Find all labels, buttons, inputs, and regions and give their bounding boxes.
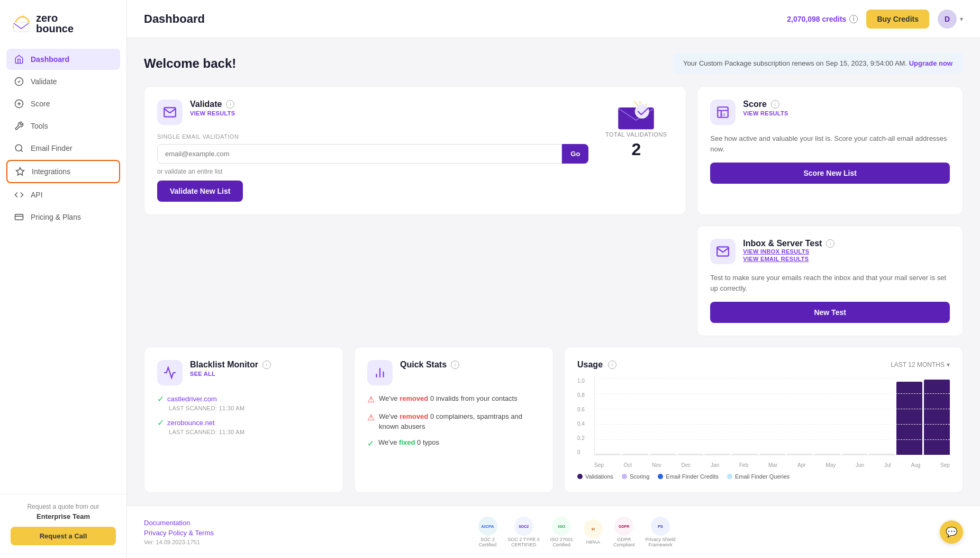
score-card-header: 10 Score i VIEW RESULTS <box>710 100 950 125</box>
sidebar-item-email-finder[interactable]: Email Finder <box>6 138 120 159</box>
inbox-view-links: VIEW INBOX RESULTS VIEW EMAIL RESULTS <box>743 248 950 262</box>
inbox-description: Test to make sure your emails reach the … <box>710 273 950 293</box>
envelope-illustration <box>615 100 657 131</box>
inbox-title-section: Inbox & Server Test i VIEW INBOX RESULTS… <box>743 239 950 262</box>
blacklist-card: Blacklist Monitor i SEE ALL ✓ castledriv… <box>144 347 343 493</box>
inbox-info-icon[interactable]: i <box>826 239 834 248</box>
sidebar-label-pricing: Pricing & Plans <box>31 213 81 221</box>
usage-info-icon[interactable]: i <box>608 361 616 369</box>
sidebar-item-integrations[interactable]: Integrations <box>6 160 120 183</box>
cert-soc2-text: SOC 2 TYPE IICERTIFIED <box>508 537 540 547</box>
bar-group-dec <box>677 378 703 455</box>
legend-dot-scoring <box>622 474 627 479</box>
credits-display: 2,070,098 credits i <box>787 15 858 23</box>
y-axis: 1.0 0.8 0.6 0.4 0.2 0 <box>577 378 592 455</box>
bar-group-sep-prev <box>595 378 621 455</box>
welcome-section: Welcome back! Your Custom Package subscr… <box>144 53 963 74</box>
cert-aicpa-text: SOC 2Certified <box>479 537 497 547</box>
email-input[interactable] <box>157 144 562 164</box>
svg-text:10: 10 <box>721 112 725 117</box>
blacklist-card-header: Blacklist Monitor i SEE ALL <box>157 360 330 385</box>
cert-soc2-icon: SOC2 <box>514 517 533 536</box>
sidebar-item-score[interactable]: Score <box>6 93 120 114</box>
documentation-link[interactable]: Documentation <box>144 519 214 527</box>
total-number: 2 <box>605 140 667 159</box>
cert-privacy-shield-icon: PS <box>651 517 670 536</box>
bar-group-mar <box>759 378 785 455</box>
support-bubble[interactable]: 💬 <box>940 520 963 544</box>
quick-stats-title-section: Quick Stats i <box>400 360 540 370</box>
score-new-list-button[interactable]: Score New List <box>710 163 950 184</box>
main-area: Dashboard 2,070,098 credits i Buy Credit… <box>127 0 980 558</box>
logo-bounce: bounce <box>36 23 74 34</box>
user-avatar: D <box>938 10 957 29</box>
sidebar-item-tools[interactable]: Tools <box>6 115 120 137</box>
validate-icon <box>14 76 24 87</box>
score-view-results[interactable]: VIEW RESULTS <box>743 110 950 116</box>
email-input-row: Go <box>157 144 588 164</box>
or-validate-text: or validate an entire list <box>157 168 588 175</box>
score-info-icon[interactable]: i <box>771 100 779 109</box>
bar-group-sep <box>924 378 950 455</box>
validate-card: Validate i VIEW RESULTS SINGLE EMAIL VAL… <box>144 86 686 215</box>
privacy-link[interactable]: Privacy Policy & Terms <box>144 529 214 537</box>
sidebar-label-dashboard: Dashboard <box>31 55 69 64</box>
sidebar-item-dashboard[interactable]: Dashboard <box>6 49 120 70</box>
cert-hipaa: H HIPAA <box>584 519 603 545</box>
stat-item-2: ⚠ We've removed 0 complainers, spamtraps… <box>367 412 540 431</box>
blacklist-icon-wrap <box>157 360 183 385</box>
sidebar-item-pricing[interactable]: Pricing & Plans <box>6 206 120 228</box>
credits-info-icon[interactable]: i <box>849 15 858 23</box>
stat-text-3: We've fixed 0 typos <box>378 438 439 447</box>
header: Dashboard 2,070,098 credits i Buy Credit… <box>127 0 980 38</box>
period-selector[interactable]: LAST 12 MONTHS ▾ <box>891 361 950 368</box>
legend-dot-validations <box>577 474 583 479</box>
legend-label-ef-queries: Email Finder Queries <box>735 473 790 480</box>
cert-iso-text: ISO 27001Certified <box>550 537 573 547</box>
footer-links: Documentation Privacy Policy & Terms Ver… <box>144 519 214 545</box>
bar-group-jul <box>869 378 895 455</box>
legend-ef-queries: Email Finder Queries <box>727 473 790 480</box>
quick-stats-title: Quick Stats <box>400 360 447 370</box>
subscription-notice: Your Custom Package subscription renews … <box>673 53 963 74</box>
quick-stats-card: Quick Stats i ⚠ We've removed 0 invalids… <box>354 347 553 493</box>
quick-stats-info-icon[interactable]: i <box>451 361 459 369</box>
period-label: LAST 12 MONTHS <box>891 361 945 368</box>
score-title: Score <box>743 100 766 109</box>
validate-title: Validate <box>190 100 222 109</box>
sidebar-label-integrations: Integrations <box>32 167 70 176</box>
top-cards-row: Validate i VIEW RESULTS SINGLE EMAIL VAL… <box>144 86 963 336</box>
legend-ef-credits: Email Finder Credits <box>658 473 719 480</box>
enterprise-line1: Request a quote from our <box>11 503 116 510</box>
sidebar-item-validate[interactable]: Validate <box>6 71 120 92</box>
go-button[interactable]: Go <box>562 144 588 164</box>
check-icon-3: ✓ <box>367 438 374 449</box>
sidebar-nav: Dashboard Validate Score Tools <box>0 44 126 494</box>
view-inbox-results-link[interactable]: VIEW INBOX RESULTS <box>743 248 950 255</box>
svg-point-11 <box>635 104 649 119</box>
logo: zero bounce <box>0 0 126 44</box>
cert-aicpa-icon: AICPA <box>478 517 497 536</box>
blacklist-time-2: LAST SCANNED: 11:30 AM <box>169 429 330 435</box>
sidebar: zero bounce Dashboard Validate <box>0 0 127 558</box>
bar-group-apr <box>787 378 813 455</box>
bar-group-aug <box>896 378 922 455</box>
upgrade-link[interactable]: Upgrade now <box>909 59 952 67</box>
cert-gdpr: GDPR GDPRCompliant <box>613 517 635 547</box>
new-test-button[interactable]: New Test <box>710 302 950 323</box>
blacklist-info-icon[interactable]: i <box>262 361 271 369</box>
buy-credits-button[interactable]: Buy Credits <box>866 10 929 29</box>
validate-view-results[interactable]: VIEW RESULTS <box>190 110 588 116</box>
validate-new-list-button[interactable]: Validate New List <box>157 181 243 202</box>
period-chevron: ▾ <box>947 361 950 368</box>
view-email-results-link[interactable]: VIEW EMAIL RESULTS <box>743 256 950 262</box>
inbox-card: Inbox & Server Test i VIEW INBOX RESULTS… <box>697 226 963 336</box>
sidebar-item-api[interactable]: API <box>6 184 120 205</box>
blacklist-see-all[interactable]: SEE ALL <box>190 371 330 377</box>
enterprise-line2: Enterprise Team <box>11 512 116 520</box>
blacklist-domain-2: ✓ zerobounce.net <box>157 418 330 428</box>
user-menu[interactable]: D ▾ <box>938 10 963 29</box>
request-call-button[interactable]: Request a Call <box>11 527 116 545</box>
legend-dot-ef-credits <box>658 474 663 479</box>
validate-info-icon[interactable]: i <box>226 100 234 109</box>
